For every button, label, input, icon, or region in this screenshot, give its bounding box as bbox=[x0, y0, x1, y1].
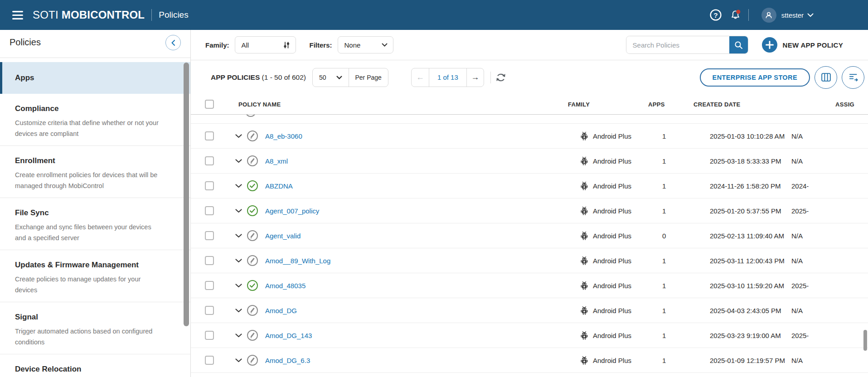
column-chooser-button[interactable] bbox=[815, 66, 837, 89]
column-header-apps[interactable]: APPS bbox=[644, 101, 687, 108]
expand-chevron-icon[interactable] bbox=[235, 159, 242, 163]
row-checkbox[interactable] bbox=[205, 256, 214, 265]
expand-chevron-icon[interactable] bbox=[235, 184, 242, 188]
expand-chevron-icon[interactable] bbox=[235, 284, 242, 288]
filters-dropdown[interactable]: None bbox=[338, 36, 393, 53]
status-draft-icon[interactable] bbox=[247, 255, 258, 266]
android-plus-icon bbox=[580, 306, 588, 315]
sidebar-item-updates-firmware-management[interactable]: Updates & Firmware Management Create pol… bbox=[0, 250, 190, 302]
refresh-button[interactable] bbox=[495, 72, 507, 83]
row-checkbox[interactable] bbox=[205, 306, 214, 315]
search-input[interactable] bbox=[626, 36, 729, 53]
expand-chevron-icon[interactable] bbox=[235, 334, 242, 338]
sidebar-item-compliance[interactable]: Compliance Customize criteria that defin… bbox=[0, 94, 190, 146]
policy-table-body: A8_eb-3060 Android Plus 1 2025-01-03 10:… bbox=[191, 124, 868, 373]
policy-name-link[interactable]: Agent_valid bbox=[265, 232, 301, 240]
search-button[interactable] bbox=[729, 36, 748, 53]
expand-chevron-icon[interactable] bbox=[235, 309, 242, 313]
status-draft-icon[interactable] bbox=[247, 155, 258, 167]
policy-name-link[interactable]: Agent_007_policy bbox=[265, 207, 319, 215]
page-indicator: 1 of 13 bbox=[429, 68, 466, 87]
notification-bell-icon[interactable] bbox=[729, 9, 742, 21]
status-draft-icon[interactable] bbox=[247, 130, 258, 142]
soti-mobicontrol-logo[interactable]: SOTI MOBICONTROL bbox=[33, 9, 145, 21]
expand-chevron-icon[interactable] bbox=[235, 209, 242, 213]
status-active-icon[interactable] bbox=[247, 280, 258, 291]
row-checkbox[interactable] bbox=[205, 231, 214, 240]
policy-name-link[interactable]: A8_eb-3060 bbox=[265, 132, 302, 140]
expand-chevron-icon[interactable] bbox=[235, 134, 242, 138]
policy-name-link[interactable]: Amod_DG bbox=[265, 307, 297, 314]
row-checkbox[interactable] bbox=[205, 331, 214, 340]
per-page-value: 50 bbox=[319, 74, 326, 81]
table-row: ABZDNA Android Plus 1 2024-11-26 1:58:20… bbox=[191, 174, 868, 198]
per-page-select[interactable]: 50 bbox=[313, 68, 349, 87]
row-checkbox[interactable] bbox=[205, 156, 214, 165]
collapse-sidebar-button[interactable] bbox=[165, 35, 181, 50]
sidebar-item-device-relocation[interactable]: Device Relocation bbox=[0, 354, 190, 377]
expand-chevron-icon[interactable] bbox=[235, 259, 242, 263]
created-date: 2025-01-20 5:37:55 PM bbox=[687, 207, 791, 215]
policy-name-link[interactable]: Amod_48035 bbox=[265, 282, 305, 290]
status-draft-icon[interactable] bbox=[247, 354, 258, 366]
family-filter-dropdown[interactable]: All bbox=[235, 36, 296, 53]
expand-chevron-icon[interactable] bbox=[235, 358, 242, 362]
export-list-button[interactable] bbox=[842, 66, 864, 89]
main-scrollbar[interactable] bbox=[863, 330, 867, 351]
status-active-icon[interactable] bbox=[247, 205, 258, 217]
apps-count: 1 bbox=[644, 282, 687, 290]
help-icon[interactable]: ? bbox=[709, 9, 722, 21]
sidebar-item-apps[interactable]: Apps bbox=[0, 62, 190, 94]
search-icon bbox=[734, 41, 743, 49]
table-row: Agent_valid Android Plus 0 2025-02-13 11… bbox=[191, 223, 868, 248]
select-all-checkbox[interactable] bbox=[205, 100, 214, 109]
row-checkbox[interactable] bbox=[205, 281, 214, 290]
row-checkbox[interactable] bbox=[205, 181, 214, 190]
chevron-down-icon bbox=[336, 76, 342, 79]
column-header-created-date[interactable]: CREATED DATE bbox=[687, 101, 791, 108]
row-checkbox[interactable] bbox=[205, 131, 214, 140]
table-header-row: POLICY NAME FAMILY APPS CREATED DATE ASS… bbox=[191, 94, 868, 115]
main-content: Family: All Filters: None NEW APP POLICY bbox=[191, 30, 868, 377]
created-date: 2025-03-10 11:59:20 AM bbox=[687, 282, 791, 290]
new-app-policy-button[interactable]: NEW APP POLICY bbox=[762, 37, 843, 53]
sidebar-scrollbar[interactable] bbox=[184, 63, 189, 326]
policy-name-link[interactable]: Amod__89_With_Log bbox=[265, 257, 330, 265]
chevron-down-icon bbox=[382, 43, 388, 47]
status-draft-icon[interactable] bbox=[247, 230, 258, 242]
per-page-control: 50 Per Page bbox=[312, 68, 388, 87]
toolbar-divider bbox=[490, 72, 491, 83]
policy-name-link[interactable]: ABZDNA bbox=[265, 182, 293, 190]
assigned-value: 2025- bbox=[791, 332, 868, 339]
status-draft-icon[interactable] bbox=[247, 304, 258, 316]
user-avatar[interactable] bbox=[761, 8, 776, 23]
row-checkbox[interactable] bbox=[205, 356, 214, 365]
hamburger-menu-icon[interactable] bbox=[12, 11, 23, 19]
policy-name-link[interactable]: Amod_DG_6.3 bbox=[265, 357, 310, 364]
status-draft-icon[interactable] bbox=[247, 329, 258, 341]
sidebar-item-file-sync[interactable]: File Sync Exchange and sync files betwee… bbox=[0, 198, 190, 250]
next-page-button[interactable]: → bbox=[466, 68, 484, 87]
enterprise-app-store-button[interactable]: ENTERPRISE APP STORE bbox=[700, 68, 810, 87]
username-label[interactable]: sttester bbox=[781, 11, 804, 19]
sidebar-item-desc: Trigger automated actions based on confi… bbox=[15, 326, 159, 348]
previous-page-button[interactable]: ← bbox=[412, 68, 429, 87]
columns-icon bbox=[820, 72, 832, 83]
family-label: Android Plus bbox=[593, 182, 631, 190]
table-row: Amod_DG Android Plus 1 2025-04-03 2:43:0… bbox=[191, 298, 868, 323]
column-header-policy-name[interactable]: POLICY NAME bbox=[223, 101, 567, 108]
assigned-value: N/A bbox=[791, 157, 868, 165]
sidebar-item-signal[interactable]: Signal Trigger automated actions based o… bbox=[0, 302, 190, 354]
assigned-value: 2025- bbox=[791, 207, 868, 215]
column-header-family[interactable]: FAMILY bbox=[567, 101, 644, 108]
sliders-icon bbox=[283, 41, 290, 49]
row-checkbox[interactable] bbox=[205, 206, 214, 215]
apps-count: 1 bbox=[644, 257, 687, 265]
policy-name-link[interactable]: A8_xml bbox=[265, 157, 288, 165]
policy-name-link[interactable]: Amod_DG_143 bbox=[265, 332, 312, 339]
status-active-icon[interactable] bbox=[247, 180, 258, 192]
expand-chevron-icon[interactable] bbox=[235, 234, 242, 238]
column-header-assigned[interactable]: ASSIG bbox=[791, 101, 868, 108]
sidebar-item-enrollment[interactable]: Enrollment Create enrollment policies fo… bbox=[0, 146, 190, 198]
user-menu-chevron-down-icon[interactable] bbox=[807, 13, 814, 17]
